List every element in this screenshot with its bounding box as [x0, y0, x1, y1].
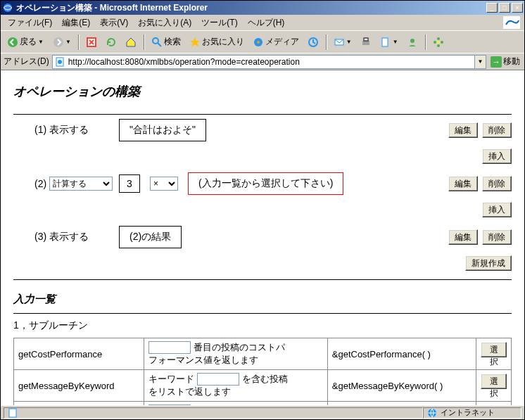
- chevron-down-icon: ▼: [393, 39, 398, 45]
- print-button[interactable]: [358, 34, 374, 51]
- stop-icon: [86, 37, 97, 48]
- subroutine-table: getCostPerformance 番目の投稿のコストパ フォーマンス値を返し…: [13, 338, 512, 405]
- subroutine-label: 1，サブルーチン: [13, 319, 512, 332]
- svg-point-18: [434, 41, 436, 44]
- op1-edit-button[interactable]: 編集: [448, 122, 478, 138]
- address-dropdown[interactable]: ▼: [474, 56, 486, 68]
- svg-point-14: [437, 41, 440, 44]
- messenger-button[interactable]: [404, 34, 421, 51]
- stop-button[interactable]: [83, 34, 100, 51]
- op3-delete-button[interactable]: 削除: [482, 229, 512, 245]
- titlebar: オペレーション構築 - Microsoft Internet Explorer …: [1, 1, 524, 15]
- refresh-button[interactable]: [103, 34, 120, 51]
- media-label: メディア: [265, 36, 299, 48]
- sub3-select-button[interactable]: 選択: [481, 405, 507, 406]
- svg-rect-10: [362, 41, 369, 45]
- op3-edit-button[interactable]: 編集: [448, 229, 478, 245]
- svg-point-7: [257, 41, 260, 44]
- sub-name: getMaxProperty: [14, 402, 144, 406]
- history-button[interactable]: [305, 34, 322, 51]
- close-button[interactable]: ×: [512, 3, 523, 13]
- sub1-input[interactable]: [148, 341, 191, 354]
- address-label: アドレス(D): [4, 56, 49, 68]
- sub-name: getMessageByKeyword: [14, 370, 144, 402]
- page-done-icon: [7, 407, 18, 419]
- sub2-input[interactable]: [197, 373, 239, 386]
- op2-value-input[interactable]: [119, 174, 140, 193]
- op2-verb-select[interactable]: 計算する: [49, 177, 113, 191]
- op1-insert-button[interactable]: 挿入: [482, 148, 512, 164]
- mail-icon: [334, 37, 345, 48]
- chevron-down-icon: ▼: [346, 39, 352, 45]
- statusbar: イントラネット: [1, 405, 524, 419]
- op2-insert-button[interactable]: 挿入: [482, 202, 512, 217]
- page-icon: [54, 56, 65, 68]
- op2-edit-button[interactable]: 編集: [448, 176, 478, 191]
- forward-button[interactable]: ▼: [50, 34, 74, 51]
- content-area: オペレーションの構築 (1) 表示する "合計はおよそ" 編集 削除 挿入: [1, 70, 524, 405]
- sub-desc: 番目の投稿のコストパ フォーマンス値を返します: [144, 338, 327, 370]
- minimize-button[interactable]: _: [486, 3, 498, 13]
- operation-row-1: (1) 表示する "合計はおよそ" 編集 削除: [13, 119, 512, 141]
- home-button[interactable]: [122, 34, 139, 51]
- svg-point-17: [437, 44, 440, 47]
- go-button[interactable]: → 移動: [489, 56, 521, 68]
- operation-row-3: (3) 表示する (2)の結果 編集 削除: [13, 226, 512, 248]
- edit-icon: [380, 37, 391, 48]
- op3-verb: 表示する: [49, 231, 89, 242]
- sub3-input[interactable]: [148, 405, 191, 405]
- svg-point-15: [437, 37, 440, 40]
- star-icon: [189, 37, 201, 48]
- favorites-label: お気に入り: [202, 36, 244, 48]
- address-input[interactable]: [67, 56, 474, 68]
- op2-delete-button[interactable]: 削除: [482, 176, 512, 191]
- menu-edit[interactable]: 編集(E): [58, 15, 94, 30]
- divider: [13, 279, 512, 280]
- svg-point-2: [8, 37, 18, 47]
- toolbar: 戻る ▼ ▼ 検索 お気に入り メディア: [1, 30, 524, 53]
- back-button[interactable]: 戻る ▼: [4, 34, 47, 51]
- back-label: 戻る: [20, 36, 37, 48]
- menu-tools[interactable]: ツール(T): [197, 15, 241, 30]
- sub1-select-button[interactable]: 選択: [481, 342, 507, 357]
- media-button[interactable]: メディア: [250, 34, 302, 51]
- print-icon: [360, 37, 372, 48]
- separator: [326, 34, 327, 50]
- svg-point-13: [410, 39, 415, 43]
- operation-row-2: (2) 計算する × (入力一覧から選択して下さい) 編集 削除: [13, 172, 512, 195]
- menu-view[interactable]: 表示(V): [96, 15, 132, 30]
- intranet-icon: [426, 407, 438, 419]
- input-list-heading: 入力一覧: [13, 293, 512, 306]
- favorites-button[interactable]: お気に入り: [186, 34, 247, 51]
- sub-name: getCostPerformance: [14, 338, 144, 370]
- op2-num: (2): [34, 178, 46, 189]
- menu-help[interactable]: ヘルプ(H): [243, 15, 289, 30]
- messenger-icon: [407, 37, 418, 48]
- back-arrow-icon: [7, 37, 18, 48]
- go-label: 移動: [503, 56, 520, 68]
- op1-verb: 表示する: [49, 124, 89, 135]
- op2-hint: (入力一覧から選択して下さい): [188, 172, 343, 195]
- svg-point-3: [53, 37, 63, 47]
- menu-favorites[interactable]: お気に入り(A): [134, 15, 196, 30]
- new-button[interactable]: 新規作成: [465, 255, 512, 271]
- sub2-select-button[interactable]: 選択: [481, 374, 507, 389]
- edit-button[interactable]: ▼: [377, 34, 401, 51]
- op1-content: "合計はおよそ": [119, 119, 206, 141]
- menu-file[interactable]: ファイル(F): [4, 15, 56, 30]
- chevron-down-icon: ▼: [65, 39, 71, 45]
- divider: [13, 313, 512, 314]
- addressbar: アドレス(D) ▼ → 移動: [1, 53, 524, 70]
- icq-button[interactable]: [430, 34, 447, 51]
- table-row: getMessageByKeyword キーワード を含む投稿 をリストで返しま…: [14, 370, 512, 402]
- op2-operator-select[interactable]: ×: [150, 177, 178, 191]
- op1-delete-button[interactable]: 削除: [482, 122, 512, 138]
- maximize-button[interactable]: □: [499, 3, 510, 13]
- svg-point-5: [153, 38, 158, 44]
- search-label: 検索: [164, 36, 181, 48]
- ie-logo-icon: [502, 15, 521, 30]
- search-button[interactable]: 検索: [148, 34, 184, 51]
- sub-call: &getMaxProperty( ): [327, 402, 476, 406]
- chevron-down-icon: ▼: [38, 39, 44, 45]
- mail-button[interactable]: ▼: [331, 34, 355, 51]
